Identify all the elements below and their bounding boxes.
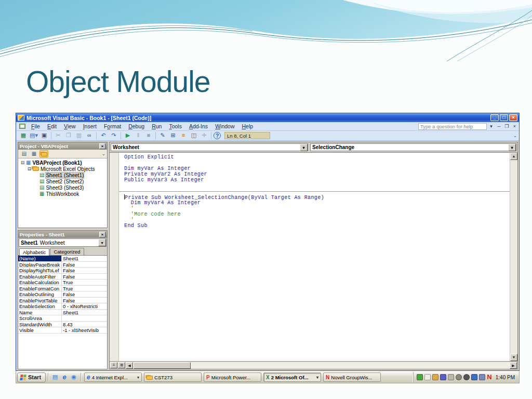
property-value[interactable]: -1 - xlSheetVisib bbox=[62, 327, 107, 333]
tray-network-icon[interactable] bbox=[417, 374, 423, 380]
property-name[interactable]: EnableOutlining bbox=[18, 291, 62, 297]
property-value[interactable]: False bbox=[62, 262, 107, 268]
tree-item-sheet1-sheet1-[interactable]: ▤Sheet1 (Sheet1) bbox=[18, 172, 107, 178]
property-row-name[interactable]: NameSheet1 bbox=[18, 310, 107, 316]
property-row-enableoutlining[interactable]: EnableOutliningFalse bbox=[18, 291, 107, 298]
scroll-right-icon[interactable]: ▶ bbox=[510, 362, 517, 369]
scroll-left-icon[interactable]: ◀ bbox=[126, 362, 133, 369]
property-value[interactable]: Sheet1 bbox=[62, 310, 107, 315]
horizontal-scroll-thumb[interactable] bbox=[134, 362, 191, 369]
find-icon[interactable]: ∞ bbox=[85, 131, 94, 140]
tray-printer-icon[interactable] bbox=[448, 374, 454, 380]
property-name[interactable]: EnablePivotTable bbox=[18, 298, 62, 303]
run-icon[interactable]: ▶ bbox=[123, 131, 132, 140]
maximize-button[interactable]: □ bbox=[500, 114, 508, 121]
property-row-scrollarea[interactable]: ScrollArea bbox=[18, 315, 107, 322]
event-dropdown-icon[interactable]: ▾ bbox=[508, 144, 516, 151]
tree-item-sheet3-sheet3-[interactable]: ▤Sheet3 (Sheet3) bbox=[18, 184, 107, 191]
property-row-enableautofilter[interactable]: EnableAutoFilterFalse bbox=[18, 274, 107, 280]
property-row-displayrighttolef[interactable]: DisplayRightToLefFalse bbox=[18, 268, 107, 274]
property-row-enableformatcon[interactable]: EnableFormatConTrue bbox=[18, 286, 107, 292]
menu-item-window[interactable]: Window bbox=[211, 123, 238, 130]
view-excel-icon[interactable]: ▦ bbox=[19, 131, 28, 140]
property-row-displaypagebreak[interactable]: DisplayPageBreakFalse bbox=[18, 262, 107, 268]
internet-explorer-icon[interactable]: e bbox=[60, 373, 69, 381]
property-value[interactable]: Sheet1 bbox=[62, 256, 107, 261]
property-value[interactable]: 8.43 bbox=[62, 322, 107, 327]
view-code-icon[interactable]: ▤ bbox=[20, 150, 29, 157]
task-button-cst273-folder[interactable]: CST273 bbox=[144, 373, 202, 382]
menu-item-file[interactable]: File bbox=[28, 123, 44, 130]
tree-item-thisworkbook[interactable]: ▦ThisWorkbook bbox=[18, 191, 107, 197]
property-name[interactable]: Visible bbox=[18, 327, 62, 333]
menu-item-help[interactable]: Help bbox=[238, 123, 257, 130]
tree-item-vbaproject-book1-[interactable]: ⊟▦VBAProject (Book1) bbox=[18, 159, 107, 166]
task-button-dropdown-icon[interactable]: ▾ bbox=[316, 375, 318, 380]
tab-categorized[interactable]: Categorized bbox=[50, 248, 84, 255]
project-explorer-icon[interactable]: ⊞ bbox=[168, 131, 178, 140]
property-name[interactable]: StandardWidth bbox=[18, 322, 62, 327]
property-name[interactable]: Name bbox=[18, 310, 62, 315]
toolbar-overflow-icon[interactable]: ⌄ bbox=[513, 133, 517, 138]
tree-item-microsoft-excel-objects[interactable]: ⊟Microsoft Excel Objects bbox=[18, 166, 107, 172]
task-button-novell-groupwise[interactable]: NNovell GroupWis... bbox=[323, 373, 381, 382]
properties-window-icon[interactable]: ≡ bbox=[179, 131, 188, 140]
tab-alphabetic[interactable]: Alphabetic bbox=[19, 248, 49, 256]
event-dropdown[interactable]: SelectionChange ▾ bbox=[310, 143, 516, 151]
project-panel-close-icon[interactable]: × bbox=[99, 143, 105, 149]
design-mode-icon[interactable]: ✎ bbox=[158, 131, 167, 140]
undo-icon[interactable]: ↶ bbox=[99, 131, 108, 140]
task-button-internet-explorer[interactable]: e4 Internet Expl...▾ bbox=[84, 373, 142, 382]
task-button-powerpoint[interactable]: PMicrosoft Power... bbox=[204, 373, 261, 382]
menu-item-insert[interactable]: Insert bbox=[79, 123, 100, 130]
property-row-enablepivottable[interactable]: EnablePivotTableFalse bbox=[18, 298, 107, 304]
insert-userform-icon[interactable]: ▤▾ bbox=[29, 131, 38, 140]
property-value[interactable] bbox=[62, 315, 107, 321]
tray-device-icon[interactable] bbox=[424, 374, 431, 380]
tree-expander-icon[interactable]: ⊟ bbox=[20, 161, 25, 165]
object-dropdown[interactable]: Worksheet ▾ bbox=[111, 143, 308, 151]
child-close-button[interactable]: × bbox=[511, 123, 518, 130]
property-name[interactable]: (Name) bbox=[18, 256, 62, 261]
full-module-view-button[interactable]: ≣ bbox=[118, 362, 125, 368]
properties-object-selector[interactable]: Sheet1 Worksheet ▾ bbox=[19, 238, 107, 247]
property-name[interactable]: EnableAutoFilter bbox=[18, 274, 62, 280]
property-row-visible[interactable]: Visible-1 - xlSheetVisib bbox=[18, 327, 107, 334]
tray-display-icon[interactable] bbox=[432, 374, 438, 380]
novell-icon[interactable]: N bbox=[487, 374, 491, 380]
procedure-view-button[interactable]: ≡ bbox=[110, 362, 117, 368]
help-icon[interactable]: ? bbox=[214, 132, 221, 139]
task-button-dropdown-icon[interactable]: ▾ bbox=[137, 375, 139, 380]
property-value[interactable]: True bbox=[62, 280, 107, 285]
tray-volume-icon[interactable] bbox=[456, 374, 462, 380]
menu-item-format[interactable]: Format bbox=[100, 123, 125, 130]
tree-item-sheet2-sheet2-[interactable]: ▤Sheet2 (Sheet2) bbox=[18, 178, 107, 184]
start-button[interactable]: Start bbox=[17, 373, 46, 382]
selector-dropdown-icon[interactable]: ▾ bbox=[98, 239, 106, 246]
property-value[interactable]: True bbox=[62, 286, 107, 291]
object-dropdown-icon[interactable]: ▾ bbox=[300, 144, 308, 151]
property-name[interactable]: EnableSelection bbox=[18, 303, 62, 309]
redo-icon[interactable]: ↷ bbox=[109, 131, 118, 140]
menu-item-view[interactable]: View bbox=[60, 123, 79, 130]
property-name[interactable]: EnableFormatCon bbox=[18, 286, 62, 291]
save-icon[interactable]: ▣ bbox=[39, 131, 49, 140]
mail-icon[interactable]: ◉ bbox=[70, 373, 78, 381]
property-name[interactable]: ScrollArea bbox=[18, 315, 62, 321]
property-value[interactable]: 0 - xlNoRestricti bbox=[62, 303, 107, 309]
menu-item-run[interactable]: Run bbox=[148, 123, 165, 130]
property-row--name-[interactable]: (Name)Sheet1 bbox=[18, 256, 107, 262]
menu-item-tools[interactable]: Tools bbox=[165, 123, 185, 130]
property-value[interactable]: False bbox=[62, 274, 107, 280]
menu-item-edit[interactable]: Edit bbox=[44, 123, 60, 130]
view-object-icon[interactable]: ▦ bbox=[30, 150, 38, 157]
vertical-scrollbar[interactable]: ▲ ▼ bbox=[510, 153, 517, 361]
task-button-excel-group[interactable]: X2 Microsoft Of...▾ bbox=[263, 373, 321, 382]
menu-item-add-ins[interactable]: Add-Ins bbox=[185, 123, 211, 130]
tray-connection-icon[interactable] bbox=[479, 374, 485, 380]
property-row-enablecalculation[interactable]: EnableCalculationTrue bbox=[18, 280, 107, 286]
scroll-up-icon[interactable]: ▲ bbox=[510, 153, 517, 160]
close-button[interactable]: × bbox=[509, 114, 517, 121]
tray-app-icon[interactable] bbox=[471, 374, 477, 380]
code-editor[interactable]: Option ExplicitDim myVar As IntegerPriva… bbox=[110, 152, 517, 361]
